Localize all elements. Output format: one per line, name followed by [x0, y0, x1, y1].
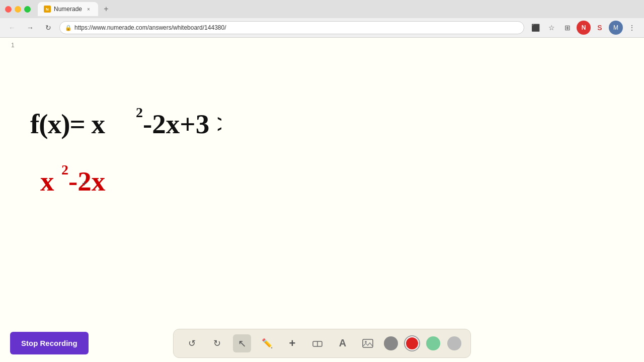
- bottom-toolbar: Stop Recording ↺ ↻ ↖ ✏️ +: [0, 324, 644, 362]
- drawing-toolbar: ↺ ↻ ↖ ✏️ +: [173, 329, 471, 358]
- close-window-button[interactable]: [5, 6, 12, 13]
- math-content: f(x)= x 2 -2x+3 >0 x 2 -2x: [30, 103, 221, 203]
- whiteboard[interactable]: 1 f(x)= x 2 -2x+3 >0 x 2 -2x + Stop Reco…: [0, 38, 644, 362]
- svg-text:-2x: -2x: [68, 166, 106, 197]
- text-icon: A: [339, 337, 346, 349]
- svg-text:-2x+3 >0: -2x+3 >0: [143, 109, 221, 139]
- redo-icon: ↻: [213, 338, 221, 349]
- undo-button[interactable]: ↺: [183, 334, 201, 352]
- svg-text:x: x: [40, 166, 54, 197]
- svg-text:2: 2: [136, 105, 143, 120]
- pen-tool-button[interactable]: ✏️: [258, 334, 276, 352]
- active-tab[interactable]: N Numerade ×: [38, 2, 98, 16]
- main-equation: f(x)= x 2 -2x+3 >0: [30, 103, 221, 145]
- new-tab-button[interactable]: +: [100, 3, 112, 15]
- pen-icon: ✏️: [262, 338, 273, 349]
- sub-equation: x 2 -2x: [40, 160, 221, 203]
- eraser-icon: [312, 338, 323, 349]
- browser-toolbar: ← → ↻ 🔒 https://www.numerade.com/answers…: [0, 18, 644, 38]
- text-tool-button[interactable]: A: [334, 334, 352, 352]
- address-bar[interactable]: 🔒 https://www.numerade.com/answers/white…: [59, 21, 524, 34]
- page-number: 1: [11, 42, 15, 49]
- minimize-window-button[interactable]: [15, 6, 21, 13]
- toolbar-actions: ⬛ ☆ ⊞ N S M ⋮: [528, 21, 639, 35]
- image-icon: [362, 337, 374, 349]
- main-equation-svg: f(x)= x 2 -2x+3 >0: [30, 103, 221, 141]
- select-tool-button[interactable]: ↖: [233, 334, 251, 352]
- color-red-button[interactable]: [405, 336, 419, 350]
- tab-close-button[interactable]: ×: [85, 6, 92, 13]
- profile-button[interactable]: N: [577, 21, 591, 35]
- maximize-window-button[interactable]: [24, 6, 31, 13]
- forward-button[interactable]: →: [23, 21, 37, 35]
- svg-text:f(x)= x: f(x)= x: [30, 109, 106, 139]
- tab-favicon: N: [44, 6, 51, 13]
- color-lightgray-button[interactable]: [447, 336, 461, 350]
- more-tools-button[interactable]: S: [593, 21, 607, 35]
- stop-recording-button[interactable]: Stop Recording: [10, 332, 89, 354]
- redo-button[interactable]: ↻: [208, 334, 226, 352]
- cursor-icon: ↖: [238, 337, 247, 349]
- svg-text:2: 2: [61, 162, 68, 177]
- lock-icon: 🔒: [65, 25, 72, 31]
- refresh-button[interactable]: ↻: [41, 21, 55, 35]
- color-green-button[interactable]: [426, 336, 440, 350]
- undo-icon: ↺: [188, 338, 196, 349]
- cast-button[interactable]: ⬛: [528, 21, 542, 35]
- bookmark-button[interactable]: ☆: [544, 21, 558, 35]
- svg-rect-8: [363, 339, 373, 347]
- extensions-button[interactable]: ⊞: [560, 21, 575, 35]
- color-gray-button[interactable]: [384, 336, 398, 350]
- svg-point-9: [365, 341, 367, 343]
- menu-button[interactable]: ⋮: [625, 21, 639, 35]
- browser-chrome: N Numerade × + ← → ↻ 🔒 https://www.numer…: [0, 0, 644, 38]
- url-text: https://www.numerade.com/answers/whitebo…: [74, 24, 226, 31]
- tab-bar: N Numerade × +: [38, 2, 112, 16]
- sub-equation-svg: x 2 -2x: [40, 160, 126, 198]
- tab-title: Numerade: [54, 6, 82, 13]
- image-tool-button[interactable]: [359, 334, 377, 352]
- eraser-button[interactable]: [308, 334, 327, 352]
- add-button[interactable]: +: [283, 334, 301, 352]
- back-button[interactable]: ←: [5, 21, 19, 35]
- plus-icon: +: [289, 337, 296, 350]
- traffic-lights: [5, 6, 31, 13]
- title-bar: N Numerade × +: [0, 0, 644, 18]
- user-account-button[interactable]: M: [609, 21, 623, 35]
